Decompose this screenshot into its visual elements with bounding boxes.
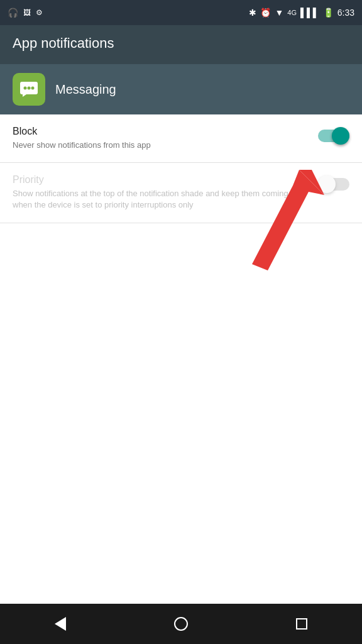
status-bar-right-icons: ✱ ⏰ ▼ 4G ▌▌▌ 🔋 6:33 — [249, 8, 354, 18]
priority-toggle-thumb — [318, 175, 336, 193]
nav-back-button[interactable] — [41, 611, 79, 636]
svg-point-3 — [31, 87, 35, 90]
4g-icon: 4G — [287, 9, 297, 16]
app-icon — [13, 73, 45, 106]
block-toggle[interactable] — [318, 127, 349, 145]
nav-home-button[interactable] — [162, 611, 200, 636]
battery-icon: 🔋 — [323, 8, 334, 18]
priority-toggle-container[interactable] — [318, 174, 349, 193]
priority-toggle[interactable] — [318, 175, 349, 193]
block-setting-item: Block Never show notifications from this… — [0, 114, 362, 163]
svg-point-2 — [28, 87, 31, 90]
block-toggle-container[interactable] — [318, 126, 349, 145]
status-bar-left-icons: 🎧 🖼 ⚙ — [8, 8, 43, 18]
page-title: App notifications — [13, 35, 349, 52]
bluetooth-icon: ✱ — [249, 8, 256, 18]
wifi-icon: ▼ — [275, 8, 283, 18]
block-description: Never show notifications from this app — [13, 140, 308, 151]
svg-point-1 — [24, 87, 27, 90]
image-icon: 🖼 — [23, 8, 31, 17]
app-name: Messaging — [55, 82, 116, 97]
priority-description: Show notifications at the top of the not… — [13, 188, 308, 211]
priority-setting-text: Priority Show notifications at the top o… — [13, 174, 318, 211]
status-time: 6:33 — [337, 8, 354, 18]
app-row: Messaging — [0, 64, 362, 114]
priority-label: Priority — [13, 174, 308, 186]
block-label: Block — [13, 126, 308, 137]
recents-icon — [296, 618, 307, 630]
alarm-icon: ⏰ — [260, 8, 271, 18]
nav-recents-button[interactable] — [283, 611, 321, 636]
back-icon — [55, 617, 66, 631]
nav-bar — [0, 604, 362, 644]
steam-icon: ⚙ — [36, 8, 43, 17]
priority-setting-item: Priority Show notifications at the top o… — [0, 163, 362, 223]
status-bar: 🎧 🖼 ⚙ ✱ ⏰ ▼ 4G ▌▌▌ 🔋 6:33 — [0, 0, 362, 25]
home-icon — [174, 617, 188, 631]
signal-icon: ▌▌▌ — [300, 8, 319, 18]
block-setting-text: Block Never show notifications from this… — [13, 126, 318, 151]
page-header: App notifications — [0, 25, 362, 64]
messaging-icon-svg — [19, 79, 39, 99]
svg-marker-4 — [23, 94, 26, 97]
settings-content: Block Never show notifications from this… — [0, 114, 362, 223]
block-toggle-thumb — [332, 127, 349, 145]
headphone-icon: 🎧 — [8, 8, 18, 18]
